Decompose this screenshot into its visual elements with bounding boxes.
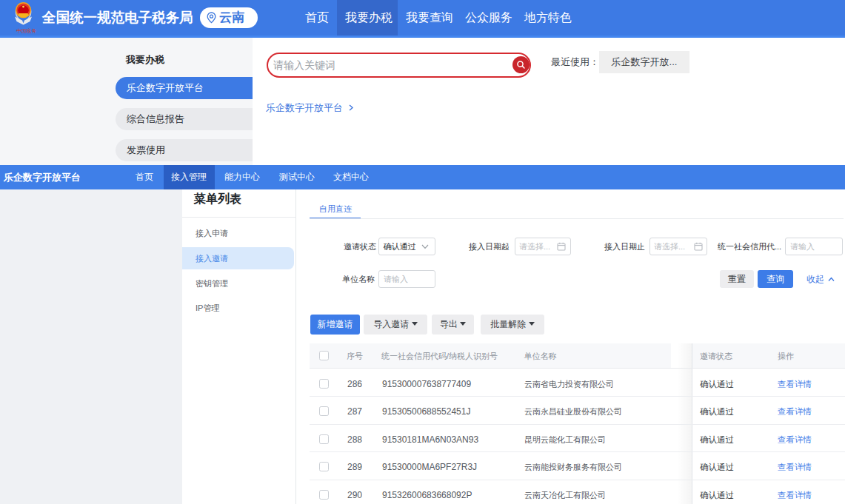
svg-text:中国税务: 中国税务 (16, 28, 36, 34)
